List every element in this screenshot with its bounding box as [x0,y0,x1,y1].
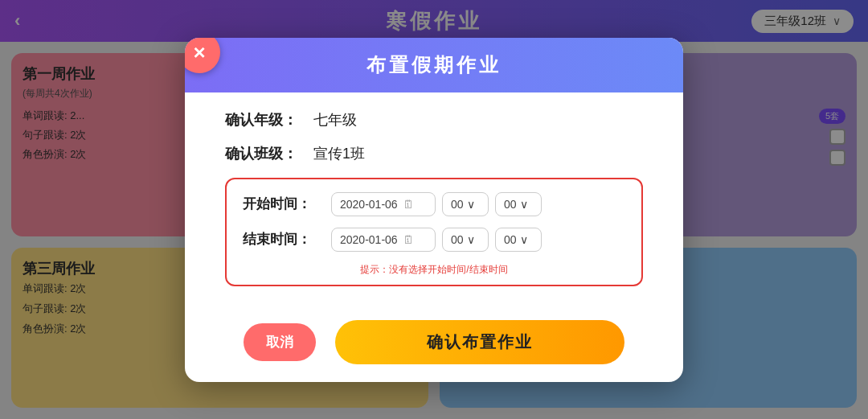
start-hour-select[interactable]: 00 ∨ [442,192,489,216]
start-hour-chevron: ∨ [467,198,475,211]
end-minute-chevron: ∨ [520,233,528,246]
dialog-footer: 取消 确认布置作业 [185,312,683,382]
start-date-input[interactable]: 2020-01-06 🗓 [331,192,436,216]
start-date-value: 2020-01-06 [340,198,398,211]
grade-value: 七年级 [313,110,357,129]
modal-overlay: × 布置假期作业 确认年级： 七年级 确认班级： 宣传1班 开始时间： [0,0,868,419]
dialog-title: 布置假期作业 [366,54,502,76]
time-section: 开始时间： 2020-01-06 🗓 00 ∨ 00 ∨ [225,178,643,286]
class-label: 确认班级： [225,144,313,163]
dialog: × 布置假期作业 确认年级： 七年级 确认班级： 宣传1班 开始时间： [185,38,683,382]
dialog-body: 确认年级： 七年级 确认班级： 宣传1班 开始时间： 2020-01-06 🗓 [185,92,683,312]
end-minute-select[interactable]: 00 ∨ [495,228,542,252]
end-date-value: 2020-01-06 [340,233,398,246]
time-hint: 提示：没有选择开始时间/结束时间 [243,263,625,277]
start-time-row: 开始时间： 2020-01-06 🗓 00 ∨ 00 ∨ [243,192,625,216]
start-minute-select[interactable]: 00 ∨ [495,192,542,216]
end-date-input[interactable]: 2020-01-06 🗓 [331,228,436,252]
confirm-button[interactable]: 确认布置作业 [335,320,624,364]
end-time-label: 结束时间： [243,230,331,249]
class-field: 确认班级： 宣传1班 [225,144,643,163]
end-hour-select[interactable]: 00 ∨ [442,228,489,252]
end-minute-value: 00 [504,233,517,246]
end-hour-chevron: ∨ [467,233,475,246]
start-calendar-icon: 🗓 [403,198,414,211]
end-calendar-icon: 🗓 [403,233,414,246]
cancel-button[interactable]: 取消 [244,323,316,361]
close-icon: × [193,42,205,63]
end-time-row: 结束时间： 2020-01-06 🗓 00 ∨ 00 ∨ [243,228,625,252]
grade-label: 确认年级： [225,110,313,129]
start-time-label: 开始时间： [243,195,331,213]
start-minute-chevron: ∨ [520,198,528,211]
grade-field: 确认年级： 七年级 [225,110,643,129]
start-hour-value: 00 [451,198,464,211]
class-value: 宣传1班 [313,144,365,163]
dialog-header: 布置假期作业 [185,38,683,92]
end-hour-value: 00 [451,233,464,246]
start-minute-value: 00 [504,198,517,211]
